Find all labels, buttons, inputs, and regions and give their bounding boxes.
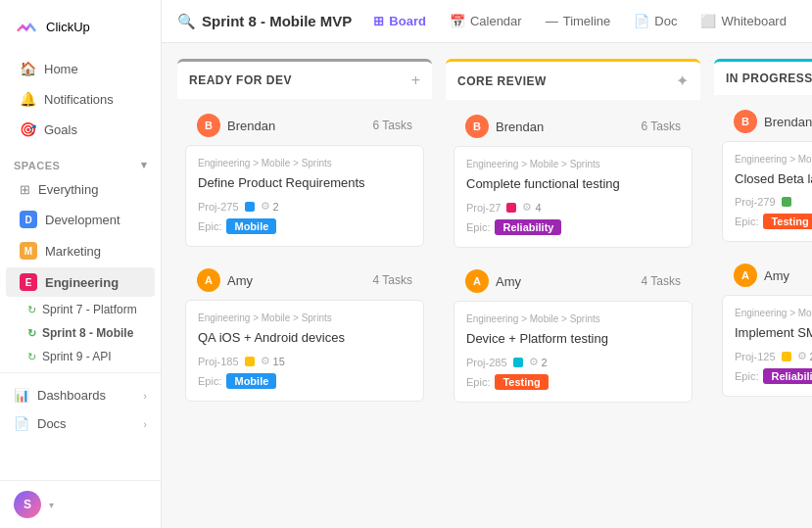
sidebar-item-marketing[interactable]: M Marketing [6,236,155,265]
docs-label: Docs [37,416,67,431]
tab-calendar[interactable]: 📅 Calendar [440,8,532,34]
task-members: ⚙ 2 [797,350,812,362]
notifications-label: Notifications [44,92,114,107]
doc-icon: 📄 [634,14,649,28]
task-flag [513,358,523,367]
task-count: 4 Tasks [642,274,681,288]
assignee-info: B Brendan [465,115,544,138]
assignee-info: A Amy [197,268,253,292]
epic-row: Epic: Reliability [466,219,680,235]
epic-row: Epic: Testing [466,374,680,390]
column-add-ready[interactable]: + [411,72,420,89]
mkt-label: Marketing [45,244,101,259]
tab-whiteboard[interactable]: ⬜ Whiteboard [691,8,795,34]
column-body-review: B Brendan 6 Tasks Engineering > Mobile >… [446,101,700,422]
task-card[interactable]: Engineering > Mobile > Sprints Closed Be… [722,141,812,242]
column-add-review[interactable]: ✦ [676,72,689,90]
members-icon: ⚙ [522,201,532,214]
sidebar-item-sprint9[interactable]: ↻ Sprint 9 - API [0,345,161,368]
epic-badge: Reliability [495,219,561,235]
app-logo[interactable]: ClickUp [0,0,161,49]
search-icon: 🔍 [177,13,196,30]
sidebar-item-sprint7[interactable]: ↻ Sprint 7 - Platform [0,298,161,321]
members-icon: ⚙ [261,200,270,213]
whiteboard-icon: ⬜ [700,14,716,28]
assignee-group-review-1: A Amy 4 Tasks Engineering > Mobile > Spr… [454,262,693,410]
sprint9-icon: ↻ [27,351,36,363]
column-header-ready: READY FOR DEV + [177,59,432,99]
task-card[interactable]: Engineering > Mobile > Sprints Define Pr… [185,145,424,247]
sidebar-item-goals[interactable]: 🎯 Goals [6,115,155,144]
task-id: Proj-27 [466,202,501,214]
column-cards: Engineering > Mobile > Sprints Complete … [454,146,693,256]
column-title-review: CORE REVIEW [457,74,547,88]
sprint7-label: Sprint 7 - Platform [42,303,137,316]
assignee-row-review-1: A Amy 4 Tasks [454,262,693,301]
assignee-info: A Amy [465,269,521,293]
timeline-icon: — [546,14,558,28]
task-card[interactable]: Engineering > Mobile > Sprints Device + … [454,301,693,403]
assignee-avatar: A [465,269,489,293]
task-members: ⚙ 2 [261,200,279,213]
calendar-icon: 📅 [450,14,465,28]
task-card[interactable]: Engineering > Mobile > Sprints Complete … [454,146,693,248]
sprint7-icon: ↻ [27,304,36,316]
sidebar-item-development[interactable]: D Development [6,205,155,234]
goals-icon: 🎯 [20,121,36,137]
epic-badge: Testing [763,214,812,229]
epic-label: Epic: [198,220,221,232]
app-name: ClickUp [46,20,90,34]
goals-label: Goals [44,122,77,137]
column-title-ready: READY FOR DEV [189,73,292,87]
tab-board[interactable]: ⊞ Board [363,8,436,34]
epic-badge: Testing [495,374,548,390]
sidebar-item-engineering[interactable]: E Engineering [6,267,155,297]
epic-label: Epic: [735,370,758,382]
column-cards: Engineering > Mobile > Sprints Implement… [722,295,812,405]
task-meta: Proj-275 ⚙ 2 [198,200,411,213]
column-cards: Engineering > Mobile > Sprints QA iOS + … [185,300,424,409]
doc-tab-label: Doc [654,14,677,28]
assignee-name: Brendan [227,119,275,133]
task-meta: Proj-125 ⚙ 2 [735,350,812,362]
eng-badge: E [20,273,37,291]
dev-label: Development [45,213,120,227]
task-flag [245,202,255,212]
task-title: Closed Beta launch and feedback [735,170,812,188]
task-count: 4 Tasks [373,273,412,287]
main-nav: 🏠 Home 🔔 Notifications 🎯 Goals [0,49,161,149]
sidebar-item-sprint8[interactable]: ↻ Sprint 8 - Mobile [0,321,161,345]
sidebar-item-dashboards[interactable]: 📊 Dashboards › [0,381,161,409]
sidebar-item-docs[interactable]: 📄 Docs › [0,409,161,438]
sprint9-label: Sprint 9 - API [42,350,112,363]
task-card[interactable]: Engineering > Mobile > Sprints QA iOS + … [185,300,424,402]
avatar: S [14,491,41,518]
task-meta: Proj-285 ⚙ 2 [466,356,680,368]
members-icon: ⚙ [529,356,539,368]
dashboards-icon: 📊 [14,388,29,403]
user-menu[interactable]: S ▾ [0,480,161,528]
task-title: Define Product Requirements [198,174,411,192]
chevron-icon: ▾ [141,159,148,171]
column-header-progress: IN PROGRESS [714,59,812,95]
sprint8-label: Sprint 8 - Mobile [42,326,133,340]
tab-timeline[interactable]: — Timeline [536,8,621,34]
assignee-name: Amy [764,268,789,283]
sidebar-item-home[interactable]: 🏠 Home [6,54,155,83]
sidebar-item-notifications[interactable]: 🔔 Notifications [6,84,155,114]
assignee-row-ready-1: A Amy 4 Tasks [185,261,424,300]
dashboards-chevron: › [143,390,147,402]
epic-row: Epic: Testing [735,214,812,229]
assignee-group-progress-0: B Brendan 6 Tasks Engineering > Mobile >… [722,102,812,250]
assignee-group-ready-0: B Brendan 6 Tasks Engineering > Mobile >… [185,106,424,255]
column-body-ready: B Brendan 6 Tasks Engineering > Mobile >… [177,100,432,421]
spaces-label: Spaces [14,160,60,171]
task-id: Proj-275 [198,201,239,213]
task-card[interactable]: Engineering > Mobile > Sprints Implement… [722,295,812,397]
tab-doc[interactable]: 📄 Doc [624,8,687,34]
task-title: Implement SMS opt-in [735,324,812,342]
task-id: Proj-125 [735,351,776,362]
sidebar-item-everything[interactable]: ⊞ Everything [6,176,155,203]
epic-label: Epic: [735,216,758,227]
epic-label: Epic: [466,376,490,388]
